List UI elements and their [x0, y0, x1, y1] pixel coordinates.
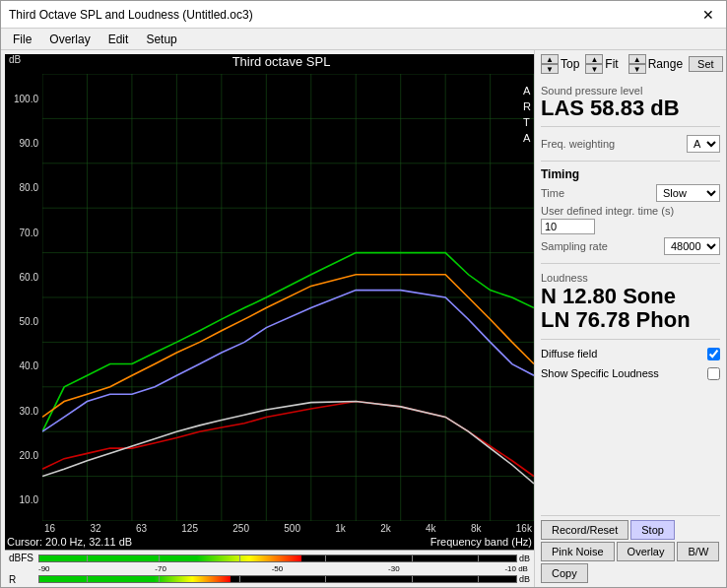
set-button[interactable]: Set: [689, 56, 723, 72]
timing-label: Timing: [541, 167, 720, 181]
range-label: Range: [648, 57, 683, 71]
dbfs-tick-90: -90: [38, 564, 50, 573]
user-time-label: User defined integr. time (s): [541, 205, 720, 217]
graph-svg: A R T A: [42, 74, 534, 521]
y-60: 60.0: [9, 272, 38, 283]
copy-button[interactable]: Copy: [541, 563, 588, 583]
time-label: Time: [541, 187, 564, 199]
dbfs-tick-30: -30: [388, 564, 400, 573]
freq-weighting-label: Freq. weighting: [541, 138, 615, 150]
y-40: 40.0: [9, 360, 38, 371]
svg-text:A: A: [523, 85, 531, 97]
x-63: 63: [136, 523, 147, 534]
dbfs-tick-70: -70: [155, 564, 166, 573]
top-down-btn[interactable]: ▼: [541, 64, 559, 74]
sampling-rate-select[interactable]: 44100 48000 96000: [664, 237, 720, 255]
user-time-input[interactable]: [541, 219, 595, 234]
right-panel: ▲ ▼ Top ▲ ▼ Fit ▲ ▼: [534, 50, 726, 587]
menu-overlay[interactable]: Overlay: [41, 31, 98, 48]
diffuse-field-label: Diffuse field: [541, 348, 597, 359]
y-10: 10.0: [9, 494, 38, 505]
fit-label: Fit: [605, 57, 618, 71]
main-content: dB Third octave SPL 100.0 90.0 80.0 70.0…: [1, 50, 726, 587]
menu-bar: File Overlay Edit Setup: [1, 29, 726, 50]
x-axis: 16 32 63 125 250 500 1k 2k 4k 8k 16k: [5, 521, 534, 535]
x-4k: 4k: [426, 523, 436, 534]
chart-title: Third octave SPL: [42, 54, 520, 74]
x-8k: 8k: [471, 523, 482, 534]
svg-text:R: R: [523, 100, 531, 112]
ln-value: LN 76.78 Phon: [541, 308, 720, 332]
bottom-info-bar: Cursor: 20.0 Hz, 32.11 dB Frequency band…: [5, 535, 534, 550]
y-20: 20.0: [9, 450, 38, 461]
record-reset-button[interactable]: Record/Reset: [541, 520, 628, 540]
graph-area: A R T A: [42, 74, 534, 521]
fit-down-btn[interactable]: ▼: [585, 64, 603, 74]
divider-4: [541, 339, 720, 340]
freq-weighting-row: Freq. weighting A B C Z: [541, 135, 720, 153]
menu-file[interactable]: File: [5, 31, 39, 48]
dbfs-R-max-label: dB: [519, 574, 530, 584]
y-30: 30.0: [9, 406, 38, 417]
divider-1: [541, 126, 720, 127]
dbfs-bar: dBFS dB -90: [5, 550, 534, 587]
dbfs-tick-50: -50: [272, 564, 284, 573]
dbfs-L-label: dBFS: [9, 553, 36, 563]
stop-button[interactable]: Stop: [630, 520, 675, 540]
svg-text:T: T: [523, 116, 530, 128]
bw-button[interactable]: B/W: [677, 542, 719, 561]
x-16: 16: [44, 523, 55, 534]
cursor-info: Cursor: 20.0 Hz, 32.11 dB: [7, 536, 132, 548]
y-70: 70.0: [9, 228, 38, 238]
divider-3: [541, 263, 720, 264]
overlay-button[interactable]: Overlay: [617, 542, 676, 561]
dbfs-L-max-label: dB: [519, 554, 530, 563]
spl-value: LAS 58.83 dB: [541, 97, 720, 120]
x-1k: 1k: [335, 523, 346, 534]
range-up-btn[interactable]: ▲: [628, 54, 646, 64]
show-specific-label: Show Specific Loudness: [541, 367, 659, 379]
main-window: Third Octave SPL and Loudness (Untitled.…: [0, 0, 727, 588]
diffuse-field-checkbox[interactable]: [707, 348, 720, 360]
freq-weighting-select[interactable]: A B C Z: [687, 135, 720, 153]
loudness-section: Loudness N 12.80 Sone LN 76.78 Phon: [541, 272, 720, 332]
time-row: Time Slow Fast Impulse: [541, 184, 720, 202]
range-down-btn[interactable]: ▼: [628, 64, 646, 74]
top-label: Top: [561, 57, 579, 71]
sampling-rate-row: Sampling rate 44100 48000 96000: [541, 237, 720, 255]
timing-section: Timing Time Slow Fast Impulse User defin…: [541, 167, 720, 257]
y-90: 90.0: [9, 138, 38, 149]
close-button[interactable]: ✕: [698, 5, 718, 25]
show-specific-checkbox[interactable]: [707, 367, 720, 380]
graph-wrapper: dB Third octave SPL 100.0 90.0 80.0 70.0…: [5, 54, 534, 550]
top-range-controls: ▲ ▼ Top ▲ ▼ Fit ▲ ▼: [541, 54, 720, 74]
diffuse-field-row: Diffuse field: [541, 348, 720, 360]
dbfs-tick-10: -10 dB: [504, 564, 528, 573]
sampling-rate-label: Sampling rate: [541, 240, 608, 252]
top-up-btn[interactable]: ▲: [541, 54, 559, 64]
x-500: 500: [284, 523, 300, 534]
db-label: dB: [5, 54, 42, 74]
menu-edit[interactable]: Edit: [100, 31, 137, 48]
user-time-row: User defined integr. time (s): [541, 205, 720, 234]
y-80: 80.0: [9, 182, 38, 193]
y-axis: 100.0 90.0 80.0 70.0 60.0 50.0 40.0 30.0…: [5, 74, 42, 521]
time-select[interactable]: Slow Fast Impulse: [656, 184, 720, 202]
dbfs-R-label: R: [9, 574, 36, 585]
menu-setup[interactable]: Setup: [138, 31, 184, 48]
svg-text:A: A: [523, 132, 531, 144]
n-value: N 12.80 Sone: [541, 285, 720, 308]
freq-band-label: Frequency band (Hz): [430, 536, 532, 548]
fit-up-btn[interactable]: ▲: [585, 54, 603, 64]
divider-2: [541, 161, 720, 162]
show-specific-row: Show Specific Loudness: [541, 367, 720, 380]
window-title: Third Octave SPL and Loudness (Untitled.…: [9, 8, 253, 22]
x-125: 125: [181, 523, 198, 534]
spl-section: Sound pressure level LAS 58.83 dB: [541, 85, 720, 120]
pink-noise-button[interactable]: Pink Noise: [541, 542, 615, 561]
x-250: 250: [232, 523, 249, 534]
loudness-label: Loudness: [541, 272, 720, 284]
chart-container: dB Third octave SPL 100.0 90.0 80.0 70.0…: [5, 54, 534, 587]
title-bar: Third Octave SPL and Loudness (Untitled.…: [1, 1, 726, 29]
right-panel-buttons: Record/Reset Stop Pink Noise Overlay B/W…: [541, 515, 720, 583]
